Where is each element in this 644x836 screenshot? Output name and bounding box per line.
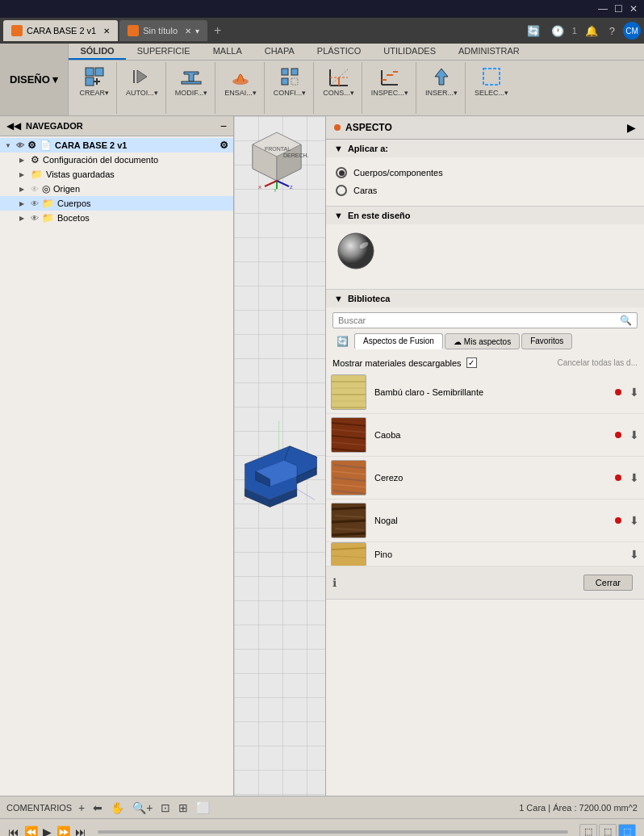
nav-arrow-root: ▼ bbox=[5, 142, 13, 149]
bell-btn[interactable]: 🔔 bbox=[582, 23, 601, 39]
grid-view-btn[interactable]: ⊞ bbox=[177, 800, 190, 816]
ribbon-group-cons: CONS...▾ bbox=[316, 62, 362, 114]
aspecto-header: ASPECTO ▶ bbox=[326, 116, 644, 140]
view-icon-2[interactable]: ⬚ bbox=[599, 824, 617, 836]
sync-btn[interactable]: 🔄 bbox=[524, 23, 543, 39]
view-icon-3[interactable]: ⬚ bbox=[618, 824, 636, 836]
fit-btn[interactable]: ⊡ bbox=[159, 800, 172, 816]
ribbon-tab-administrar[interactable]: ADMINISTRAR bbox=[447, 44, 531, 60]
clock-btn[interactable]: 🕐 bbox=[548, 23, 567, 39]
material-download-bambu[interactable]: ⬇ bbox=[629, 386, 639, 399]
tab-close-2[interactable]: ✕ bbox=[185, 27, 191, 36]
auto-btn[interactable]: AUTOI...▾ bbox=[123, 64, 161, 98]
show-downloadable-checkbox[interactable]: ✓ bbox=[466, 357, 477, 368]
nav-item-root[interactable]: ▼ 👁 ⚙ 📄 CARA BASE 2 v1 ⚙ bbox=[0, 138, 233, 153]
nav-item-bocetos[interactable]: ▶ 👁 📁 Bocetos bbox=[0, 211, 233, 225]
nav-gear-config: ⚙ bbox=[31, 154, 40, 165]
viewport[interactable]: FRONTAL DERECH. Y Z X bbox=[234, 116, 325, 796]
material-item-nogal[interactable]: Nogal ⬇ bbox=[326, 500, 644, 542]
lib-tab-fusion[interactable]: Aspectos de Fusion bbox=[354, 333, 443, 349]
prev-btn[interactable]: ⏪ bbox=[24, 826, 38, 837]
ribbon-tab-utilidades[interactable]: UTILIDADES bbox=[372, 44, 447, 60]
add-comment-btn[interactable]: + bbox=[77, 800, 86, 816]
ensai-btn[interactable]: ENSAI...▾ bbox=[222, 64, 259, 98]
nav-eye-origen[interactable]: 👁 bbox=[31, 185, 39, 194]
material-download-pino[interactable]: ⬇ bbox=[629, 548, 639, 561]
modif-btn[interactable]: MODIF...▾ bbox=[173, 64, 211, 98]
nav-eye-bocetos[interactable]: 👁 bbox=[31, 214, 39, 223]
material-item-cerezo[interactable]: Cerezo ⬇ bbox=[326, 457, 644, 500]
close-btn[interactable]: ✕ bbox=[629, 3, 638, 15]
radio-caras[interactable]: Caras bbox=[336, 182, 634, 199]
user-btn[interactable]: CM bbox=[623, 22, 641, 40]
next-btn[interactable]: ⏩ bbox=[56, 826, 70, 837]
material-item-pino[interactable]: Pino ⬇ bbox=[326, 542, 644, 566]
en-este-diseno-header[interactable]: ▼ En este diseño bbox=[326, 207, 644, 224]
inspec-btn[interactable]: INSPEC...▾ bbox=[369, 64, 411, 98]
zoom-btn[interactable]: 🔍+ bbox=[131, 800, 154, 816]
aplicar-a-arrow: ▼ bbox=[334, 144, 343, 153]
ribbon-group-items-ensai: ENSAI...▾ bbox=[222, 64, 259, 98]
ribbon-tab-solido[interactable]: SÓLIDO bbox=[69, 44, 125, 60]
title-bar: — ☐ ✕ bbox=[0, 0, 644, 18]
tab-sin-titulo[interactable]: Sin título ✕ ▾ bbox=[119, 20, 207, 41]
nav-folder-cuerpos: 📁 bbox=[42, 198, 54, 209]
material-sphere-item[interactable] bbox=[336, 231, 376, 273]
info-icon[interactable]: ℹ bbox=[332, 576, 337, 589]
nav-prev-btn[interactable]: ⬅ bbox=[91, 800, 104, 816]
radio-cuerpos[interactable]: Cuerpos/componentes bbox=[336, 164, 634, 182]
help-btn[interactable]: ? bbox=[606, 23, 618, 39]
lib-tab-cloud[interactable]: ☁ Mis aspectos bbox=[445, 333, 520, 349]
ribbon-group-items-inser: INSER...▾ bbox=[423, 64, 460, 98]
material-item-caoba[interactable]: Caoba ⬇ bbox=[326, 414, 644, 457]
ribbon-tab-superficie[interactable]: SUPERFICIE bbox=[126, 44, 202, 60]
material-download-cerezo[interactable]: ⬇ bbox=[629, 471, 639, 484]
tab-close-1[interactable]: ✕ bbox=[103, 27, 110, 36]
navigator-collapse-btn[interactable]: − bbox=[220, 119, 227, 132]
view-icon-1[interactable]: ⬚ bbox=[579, 824, 597, 836]
nav-file-root: 📄 bbox=[40, 140, 52, 151]
material-download-nogal[interactable]: ⬇ bbox=[629, 514, 639, 527]
ribbon-tab-chapa[interactable]: CHAPA bbox=[253, 44, 306, 60]
confi-btn[interactable]: CONFI...▾ bbox=[271, 64, 309, 98]
nav-item-vistas[interactable]: ▶ 📁 Vistas guardadas bbox=[0, 167, 233, 182]
restore-btn[interactable]: ☐ bbox=[614, 3, 623, 15]
timeline-track[interactable] bbox=[98, 830, 568, 834]
nav-item-cuerpos[interactable]: ▶ 👁 📁 Cuerpos bbox=[0, 196, 233, 211]
lib-tab-refresh[interactable]: 🔄 bbox=[332, 333, 353, 349]
biblioteca-header[interactable]: ▼ Biblioteca bbox=[326, 290, 644, 307]
nav-cube[interactable]: FRONTAL DERECH. Y Z X bbox=[245, 128, 309, 193]
lib-tab-favoritos[interactable]: Favoritos bbox=[521, 333, 572, 349]
design-menu-btn[interactable]: DISEÑO ▾ bbox=[0, 44, 69, 115]
svg-point-35 bbox=[247, 478, 249, 479]
aplicar-a-header[interactable]: ▼ Aplicar a: bbox=[326, 140, 644, 157]
selec-btn[interactable]: SELEC...▾ bbox=[472, 64, 511, 98]
nav-eye-root[interactable]: 👁 bbox=[16, 141, 24, 150]
nav-settings-root[interactable]: ⚙ bbox=[220, 140, 228, 151]
move-btn[interactable]: ✋ bbox=[109, 800, 126, 816]
aspecto-close-btn[interactable]: ▶ bbox=[627, 121, 636, 134]
ribbon-tab-plastico[interactable]: PLÁSTICO bbox=[306, 44, 372, 60]
display-btn[interactable]: ⬜ bbox=[194, 800, 211, 816]
nav-item-config[interactable]: ▶ ⚙ Configuración del documento bbox=[0, 153, 233, 167]
tab-add-btn[interactable]: + bbox=[209, 23, 226, 38]
tab-dropdown-icon[interactable]: ▾ bbox=[195, 27, 199, 36]
minimize-btn[interactable]: — bbox=[598, 3, 608, 15]
rewind-btn[interactable]: ⏮ bbox=[8, 826, 19, 837]
navigator-prev-icon[interactable]: ◀◀ bbox=[6, 120, 21, 132]
nav-eye-cuerpos[interactable]: 👁 bbox=[31, 199, 39, 208]
play-btn[interactable]: ▶ bbox=[43, 826, 52, 837]
material-download-caoba[interactable]: ⬇ bbox=[629, 428, 639, 441]
cerrar-btn[interactable]: Cerrar bbox=[583, 575, 633, 591]
forward-btn[interactable]: ⏭ bbox=[75, 826, 86, 837]
inser-btn[interactable]: INSER...▾ bbox=[423, 64, 460, 98]
nav-gear-root[interactable]: ⚙ bbox=[27, 140, 36, 151]
tab-cara-base[interactable]: CARA BASE 2 v1 ✕ bbox=[3, 20, 118, 41]
search-icon: 🔍 bbox=[620, 315, 632, 326]
cons-btn[interactable]: CONS...▾ bbox=[320, 64, 357, 98]
material-item-bambu[interactable]: Bambú claro - Semibrillante ⬇ bbox=[326, 371, 644, 414]
ribbon-tab-malla[interactable]: MALLA bbox=[202, 44, 253, 60]
search-input[interactable] bbox=[338, 316, 620, 325]
nav-item-origen[interactable]: ▶ 👁 ◎ Origen bbox=[0, 182, 233, 196]
crear-btn[interactable]: CREAR▾ bbox=[77, 64, 111, 98]
